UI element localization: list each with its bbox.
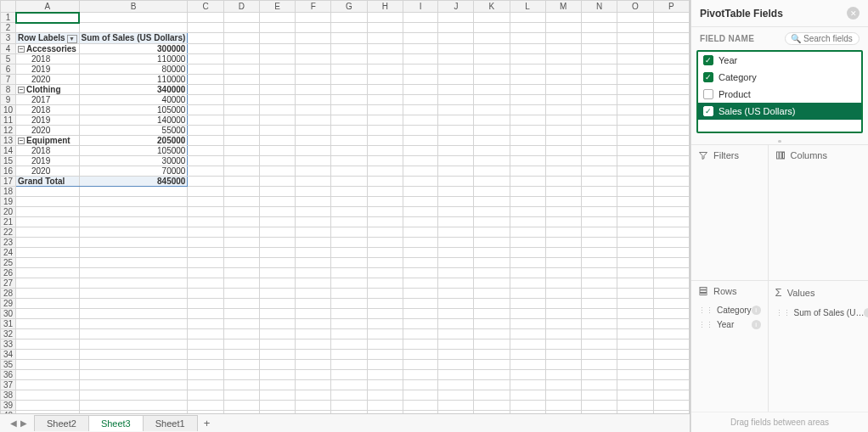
cell-O5[interactable]: [617, 53, 653, 64]
cell-O38[interactable]: [617, 390, 653, 400]
cell-E25[interactable]: [259, 257, 295, 267]
cell-P33[interactable]: [653, 339, 689, 349]
cell-B35[interactable]: [79, 359, 188, 369]
cell-N26[interactable]: [582, 267, 617, 278]
cell-L11[interactable]: [510, 115, 545, 125]
cell-J11[interactable]: [438, 115, 474, 125]
cell-M22[interactable]: [545, 227, 582, 237]
cell-H29[interactable]: [367, 298, 403, 308]
row-header-18[interactable]: 18: [1, 186, 16, 196]
cell-C9[interactable]: [188, 94, 223, 104]
cell-B17[interactable]: 845000: [79, 176, 188, 186]
cell-O4[interactable]: [617, 43, 653, 53]
cell-G19[interactable]: [331, 196, 367, 206]
cell-P10[interactable]: [653, 104, 689, 115]
cell-C17[interactable]: [188, 176, 223, 186]
cell-K28[interactable]: [474, 288, 510, 298]
cell-G30[interactable]: [331, 308, 367, 318]
cell-G14[interactable]: [331, 145, 367, 155]
cell-G34[interactable]: [331, 349, 367, 359]
cell-M7[interactable]: [545, 74, 582, 84]
cell-B5[interactable]: 110000: [79, 53, 188, 64]
cell-L32[interactable]: [510, 328, 545, 339]
cell-I29[interactable]: [403, 298, 437, 308]
cell-D40[interactable]: [223, 410, 259, 413]
cell-E17[interactable]: [259, 176, 295, 186]
cell-G33[interactable]: [331, 339, 367, 349]
cell-A5[interactable]: 2018: [16, 53, 80, 64]
cell-C35[interactable]: [188, 359, 223, 369]
cell-F4[interactable]: [296, 43, 331, 53]
row-header-36[interactable]: 36: [1, 369, 16, 379]
cell-A16[interactable]: 2020: [16, 166, 80, 176]
cell-N13[interactable]: [582, 135, 617, 145]
cell-P14[interactable]: [653, 145, 689, 155]
cell-G40[interactable]: [331, 410, 367, 413]
cell-P22[interactable]: [653, 227, 689, 237]
cell-C2[interactable]: [188, 23, 223, 33]
row-header-10[interactable]: 10: [1, 104, 16, 115]
cell-I21[interactable]: [403, 216, 437, 227]
cell-J31[interactable]: [438, 318, 474, 328]
col-header-J[interactable]: J: [438, 1, 474, 13]
row-header-27[interactable]: 27: [1, 278, 16, 288]
cell-I19[interactable]: [403, 196, 437, 206]
cell-E10[interactable]: [259, 104, 295, 115]
cell-B1[interactable]: [79, 13, 188, 23]
cell-O6[interactable]: [617, 64, 653, 74]
cell-L28[interactable]: [510, 288, 545, 298]
cell-K31[interactable]: [474, 318, 510, 328]
cell-I32[interactable]: [403, 328, 437, 339]
cell-L21[interactable]: [510, 216, 545, 227]
info-icon[interactable]: i: [864, 308, 868, 317]
cell-J19[interactable]: [438, 196, 474, 206]
cell-A32[interactable]: [16, 328, 80, 339]
cell-D18[interactable]: [223, 186, 259, 196]
cell-B14[interactable]: 105000: [79, 145, 188, 155]
cell-E11[interactable]: [259, 115, 295, 125]
cell-E39[interactable]: [259, 400, 295, 410]
cell-I6[interactable]: [403, 64, 437, 74]
cell-A36[interactable]: [16, 369, 80, 379]
cell-I16[interactable]: [403, 166, 437, 176]
cell-F5[interactable]: [296, 53, 331, 64]
cell-B12[interactable]: 55000: [79, 125, 188, 135]
cell-E26[interactable]: [259, 267, 295, 278]
cell-N23[interactable]: [582, 237, 617, 247]
cell-O24[interactable]: [617, 247, 653, 257]
cell-J38[interactable]: [438, 390, 474, 400]
cell-K14[interactable]: [474, 145, 510, 155]
cell-L39[interactable]: [510, 400, 545, 410]
cell-G8[interactable]: [331, 84, 367, 94]
cell-M23[interactable]: [545, 237, 582, 247]
cell-I24[interactable]: [403, 247, 437, 257]
cell-H8[interactable]: [367, 84, 403, 94]
row-header-9[interactable]: 9: [1, 94, 16, 104]
cell-B11[interactable]: 140000: [79, 115, 188, 125]
row-header-5[interactable]: 5: [1, 53, 16, 64]
cell-M2[interactable]: [545, 23, 582, 33]
cell-M38[interactable]: [545, 390, 582, 400]
cell-I30[interactable]: [403, 308, 437, 318]
cell-J37[interactable]: [438, 379, 474, 390]
cell-L40[interactable]: [510, 410, 545, 413]
cell-D33[interactable]: [223, 339, 259, 349]
cell-E12[interactable]: [259, 125, 295, 135]
cell-B7[interactable]: 110000: [79, 74, 188, 84]
cell-F32[interactable]: [296, 328, 331, 339]
cell-K19[interactable]: [474, 196, 510, 206]
cell-E23[interactable]: [259, 237, 295, 247]
cell-P23[interactable]: [653, 237, 689, 247]
cell-K3[interactable]: [474, 33, 510, 44]
cell-O37[interactable]: [617, 379, 653, 390]
cell-G6[interactable]: [331, 64, 367, 74]
row-header-4[interactable]: 4: [1, 43, 16, 53]
cell-F24[interactable]: [296, 247, 331, 257]
cell-P2[interactable]: [653, 23, 689, 33]
cell-M40[interactable]: [545, 410, 582, 413]
cell-P3[interactable]: [653, 33, 689, 44]
cell-A11[interactable]: 2019: [16, 115, 80, 125]
cell-A29[interactable]: [16, 298, 80, 308]
cell-F11[interactable]: [296, 115, 331, 125]
cell-C28[interactable]: [188, 288, 223, 298]
